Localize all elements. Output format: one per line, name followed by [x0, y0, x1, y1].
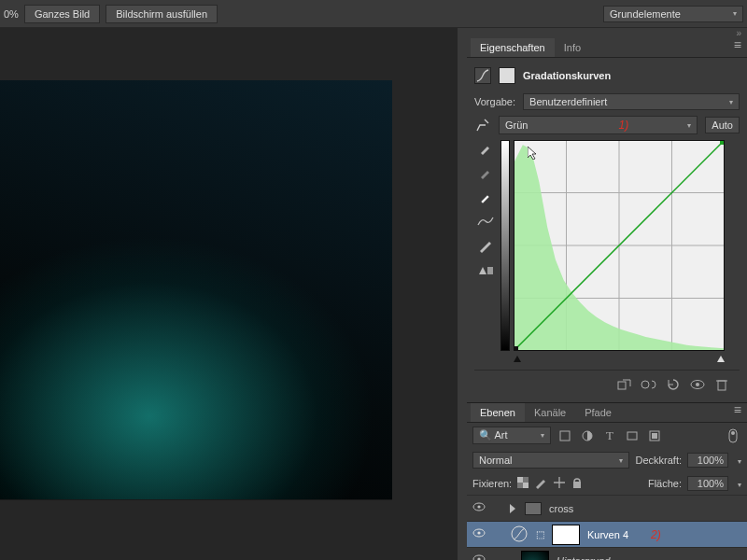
eyedropper-white-icon[interactable] — [476, 189, 495, 205]
svg-rect-20 — [652, 433, 657, 439]
zoom-level[interactable]: 0% — [4, 8, 19, 20]
panel-menu-icon[interactable]: ≡ — [728, 38, 747, 57]
layers-panel: Ebenen Kanäle Pfade ≡ 🔍 Art T Normal Dec… — [467, 402, 747, 560]
image-preview[interactable] — [0, 80, 392, 500]
svg-rect-14 — [718, 381, 726, 390]
visibility-icon[interactable] — [689, 378, 706, 391]
filter-adjustment-icon[interactable] — [579, 428, 596, 443]
filter-pixel-icon[interactable] — [557, 428, 573, 443]
filter-type-icon[interactable]: T — [601, 428, 618, 443]
layer-thumb[interactable] — [521, 551, 549, 561]
svg-rect-24 — [517, 477, 523, 483]
opacity-value[interactable]: 100% — [687, 453, 728, 468]
curves-thumb-icon — [510, 525, 529, 545]
svg-rect-16 — [560, 431, 570, 441]
lock-pixels-icon[interactable] — [534, 476, 547, 491]
reset-icon[interactable] — [665, 378, 682, 391]
filter-toggle-icon[interactable] — [725, 428, 741, 443]
clip-icon[interactable] — [616, 378, 633, 391]
properties-tabs: Eigenschaften Info ≡ — [467, 38, 747, 58]
clip-to-layer-icon[interactable] — [476, 261, 495, 278]
layer-group-cross[interactable]: cross — [467, 495, 747, 521]
fill-label: Fläche: — [648, 478, 682, 489]
curve-tools — [474, 140, 497, 362]
lock-position-icon[interactable] — [553, 476, 566, 491]
eyedropper-black-icon[interactable] — [476, 140, 495, 157]
svg-point-28 — [477, 505, 480, 508]
svg-rect-0 — [487, 267, 493, 274]
svg-rect-18 — [627, 432, 637, 440]
tab-channels[interactable]: Kanäle — [525, 403, 575, 422]
mask-thumb[interactable] — [552, 525, 580, 545]
layer-list: cross ⬚ Kurven 4 2) Hintergrund — [467, 495, 747, 560]
filter-shape-icon[interactable] — [624, 428, 641, 443]
svg-point-30 — [477, 531, 480, 534]
previous-state-icon[interactable] — [641, 378, 657, 391]
folder-icon — [525, 502, 542, 515]
link-icon[interactable]: ⬚ — [536, 529, 544, 539]
svg-rect-9 — [720, 141, 724, 145]
svg-point-13 — [696, 383, 699, 386]
svg-rect-26 — [573, 482, 581, 488]
channel-select[interactable]: Grün 1) — [499, 116, 698, 134]
svg-rect-10 — [618, 382, 626, 389]
pencil-curve-icon[interactable] — [476, 237, 495, 254]
output-gradient — [500, 140, 510, 351]
lock-all-icon[interactable] — [571, 476, 583, 491]
annotation-2: 2) — [651, 528, 661, 541]
group-expand-caret[interactable] — [510, 504, 517, 513]
curves-graph[interactable] — [514, 140, 725, 351]
panel-flyout-icon[interactable]: » — [467, 28, 747, 38]
tab-layers[interactable]: Ebenen — [471, 403, 525, 422]
filter-smart-icon[interactable] — [646, 428, 663, 443]
tab-properties[interactable]: Eigenschaften — [471, 38, 555, 57]
fill-screen-button[interactable]: Bildschirm ausfüllen — [106, 5, 218, 23]
layer-filter-select[interactable]: 🔍 Art — [472, 427, 551, 444]
properties-footer — [474, 370, 740, 397]
auto-button[interactable]: Auto — [705, 117, 740, 133]
canvas-area[interactable] — [0, 28, 458, 560]
blend-mode-select[interactable]: Normal — [472, 452, 629, 469]
svg-rect-25 — [523, 483, 529, 488]
layers-menu-icon[interactable]: ≡ — [728, 403, 747, 422]
lock-label: Fixieren: — [472, 478, 512, 489]
svg-rect-8 — [514, 346, 518, 350]
mask-icon[interactable] — [499, 67, 515, 84]
target-adjustment-icon[interactable] — [474, 117, 491, 133]
opacity-stepper[interactable] — [732, 455, 741, 466]
opacity-label: Deckkraft: — [635, 455, 682, 466]
fill-stepper[interactable] — [732, 478, 741, 489]
cursor-icon — [528, 147, 539, 160]
properties-panel: Gradationskurven Vorgabe: Benutzerdefini… — [467, 58, 747, 402]
options-bar: 0% Ganzes Bild Bildschirm ausfüllen Grun… — [0, 0, 747, 28]
visibility-toggle[interactable] — [472, 502, 486, 515]
lock-transparent-icon[interactable] — [517, 477, 529, 490]
workspace-select[interactable]: Grundelemente — [603, 6, 743, 22]
curves-adjustment-icon — [474, 67, 491, 84]
layer-hintergrund[interactable]: Hintergrund — [467, 547, 747, 560]
tab-paths[interactable]: Pfade — [575, 403, 621, 422]
fit-image-button[interactable]: Ganzes Bild — [24, 5, 100, 23]
tab-info[interactable]: Info — [555, 38, 590, 57]
trash-icon[interactable] — [713, 378, 730, 391]
svg-point-11 — [641, 381, 649, 388]
layer-name[interactable]: Kurven 4 — [587, 529, 628, 540]
input-white-slider[interactable] — [717, 356, 725, 362]
layer-kurven-4[interactable]: ⬚ Kurven 4 2) — [467, 521, 747, 547]
preset-label: Vorgabe: — [474, 96, 515, 107]
preset-select[interactable]: Benutzerdefiniert — [523, 93, 740, 110]
annotation-1: 1) — [619, 119, 629, 132]
layer-name[interactable]: Hintergrund — [557, 555, 610, 561]
svg-point-22 — [731, 431, 735, 435]
adjustment-title: Gradationskurven — [523, 70, 611, 81]
input-black-slider[interactable] — [514, 356, 521, 362]
eyedropper-gray-icon[interactable] — [476, 164, 495, 181]
smooth-curve-icon[interactable] — [476, 213, 495, 230]
visibility-toggle[interactable] — [472, 528, 486, 541]
layer-name[interactable]: cross — [549, 503, 573, 514]
fill-value[interactable]: 100% — [687, 476, 728, 491]
visibility-toggle[interactable] — [472, 554, 486, 561]
